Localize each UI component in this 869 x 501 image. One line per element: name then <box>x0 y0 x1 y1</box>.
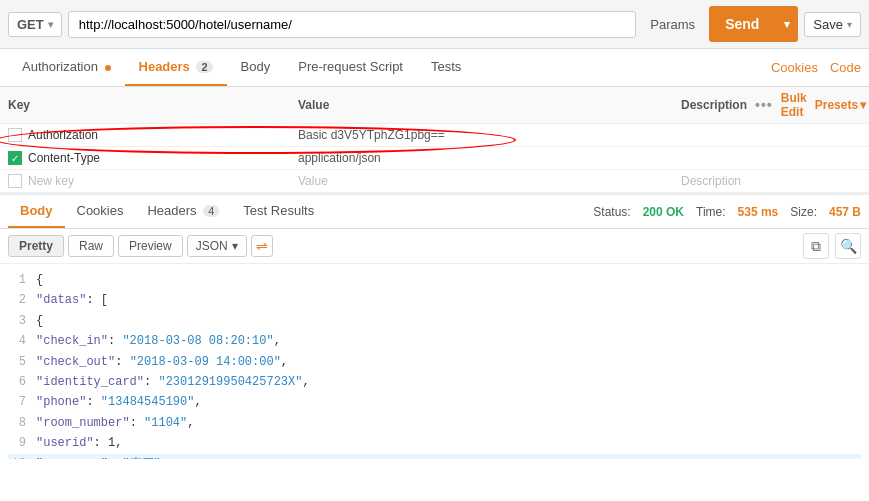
bottom-section: Body Cookies Headers 4 Test Results Stat… <box>0 193 869 459</box>
save-arrow: ▾ <box>847 19 852 30</box>
ct-checkbox[interactable]: ✓ <box>8 151 22 165</box>
preview-button[interactable]: Preview <box>118 235 183 257</box>
line-number: 9 <box>8 433 36 453</box>
params-button[interactable]: Params <box>642 13 703 36</box>
save-button[interactable]: Save ▾ <box>804 12 861 37</box>
tab-bar-right: Cookies Code <box>771 60 861 75</box>
ct-value-cell: application/json <box>298 151 681 165</box>
line-number: 1 <box>8 270 36 290</box>
request-tab-bar: Authorization Headers 2 Body Pre-request… <box>0 49 869 87</box>
send-arrow[interactable]: ▾ <box>776 13 798 36</box>
status-label: Status: <box>593 205 630 219</box>
tab-headers[interactable]: Headers 2 <box>125 49 227 86</box>
time-value: 535 ms <box>738 205 779 219</box>
send-button[interactable]: Send ▾ <box>709 6 798 42</box>
tab-prerequest[interactable]: Pre-request Script <box>284 49 417 86</box>
line-number: 2 <box>8 290 36 310</box>
new-checkbox[interactable] <box>8 174 22 188</box>
format-bar-right: ⧉ 🔍 <box>803 233 861 259</box>
response-headers-badge: 4 <box>203 205 219 217</box>
tab-authorization[interactable]: Authorization <box>8 49 125 86</box>
json-line: 10 "username": "李四", <box>8 454 861 459</box>
response-tab-body[interactable]: Body <box>8 195 65 228</box>
header-row-content-type: ✓ Content-Type application/json <box>0 147 869 170</box>
json-line: 5 "check_out": "2018-03-09 14:00:00", <box>8 352 861 372</box>
line-number: 4 <box>8 331 36 351</box>
json-content: "phone": "13484545190", <box>36 392 861 412</box>
cookies-link[interactable]: Cookies <box>771 60 818 75</box>
size-value: 457 B <box>829 205 861 219</box>
copy-icon[interactable]: ⧉ <box>803 233 829 259</box>
headers-table-header: Key Value Description ••• Bulk Edit Pres… <box>0 87 869 124</box>
col-key-header: Key <box>8 98 298 112</box>
auth-checkbox[interactable] <box>8 128 22 142</box>
tab-tests[interactable]: Tests <box>417 49 475 86</box>
line-number: 8 <box>8 413 36 433</box>
json-format-select[interactable]: JSON ▾ <box>187 235 247 257</box>
json-line: 6 "identity_card": "23012919950425723X", <box>8 372 861 392</box>
more-dots[interactable]: ••• <box>755 97 773 113</box>
url-input[interactable] <box>68 11 637 38</box>
json-line: 3 { <box>8 311 861 331</box>
json-content: "userid": 1, <box>36 433 861 453</box>
json-content: "check_out": "2018-03-09 14:00:00", <box>36 352 861 372</box>
status-value: 200 OK <box>643 205 684 219</box>
json-content: "check_in": "2018-03-08 08:20:10", <box>36 331 861 351</box>
header-row-auth: Authorization Basic d3V5YTphZG1pbg== <box>0 124 869 147</box>
line-number: 5 <box>8 352 36 372</box>
headers-section: Key Value Description ••• Bulk Edit Pres… <box>0 87 869 193</box>
new-desc-cell[interactable]: Description <box>681 174 861 188</box>
authorization-dot <box>105 65 111 71</box>
line-number: 7 <box>8 392 36 412</box>
method-label: GET <box>17 17 44 32</box>
time-label: Time: <box>696 205 726 219</box>
line-number: 3 <box>8 311 36 331</box>
col-desc-header: Description ••• Bulk Edit Presets ▾ <box>681 91 861 119</box>
response-tab-headers[interactable]: Headers 4 <box>135 195 231 228</box>
header-row-new: New key Value Description <box>0 170 869 193</box>
json-line: 4 "check_in": "2018-03-08 08:20:10", <box>8 331 861 351</box>
json-content: "identity_card": "23012919950425723X", <box>36 372 861 392</box>
send-label: Send <box>709 11 775 37</box>
wrap-icon[interactable]: ⇌ <box>251 235 273 257</box>
pretty-button[interactable]: Pretty <box>8 235 64 257</box>
code-link[interactable]: Code <box>830 60 861 75</box>
json-content: "username": "李四", <box>36 454 861 459</box>
presets-button[interactable]: Presets ▾ <box>815 98 866 112</box>
json-line: 9 "userid": 1, <box>8 433 861 453</box>
new-key-cell[interactable]: New key <box>8 174 298 188</box>
top-bar: GET ▾ Params Send ▾ Save ▾ <box>0 0 869 49</box>
ct-key-cell: ✓ Content-Type <box>8 151 298 165</box>
raw-button[interactable]: Raw <box>68 235 114 257</box>
response-tab-bar: Body Cookies Headers 4 Test Results Stat… <box>0 195 869 229</box>
response-tab-test-results[interactable]: Test Results <box>231 195 326 228</box>
auth-key-cell: Authorization <box>8 128 298 142</box>
search-icon[interactable]: 🔍 <box>835 233 861 259</box>
json-content: "datas": [ <box>36 290 861 310</box>
method-chevron: ▾ <box>48 19 53 30</box>
status-bar: Status: 200 OK Time: 535 ms Size: 457 B <box>593 205 861 219</box>
line-number: 6 <box>8 372 36 392</box>
line-number: 10 <box>8 454 36 459</box>
bulk-edit-button[interactable]: Bulk Edit <box>781 91 807 119</box>
json-label: JSON <box>196 239 228 253</box>
response-tab-cookies[interactable]: Cookies <box>65 195 136 228</box>
json-line: 1{ <box>8 270 861 290</box>
json-content: "room_number": "1104", <box>36 413 861 433</box>
save-label: Save <box>813 17 843 32</box>
tab-body[interactable]: Body <box>227 49 285 86</box>
json-line: 2 "datas": [ <box>8 290 861 310</box>
method-dropdown[interactable]: GET ▾ <box>8 12 62 37</box>
json-viewer: 1{2 "datas": [3 {4 "check_in": "2018-03-… <box>0 264 869 459</box>
size-label: Size: <box>790 205 817 219</box>
format-bar: Pretty Raw Preview JSON ▾ ⇌ ⧉ 🔍 <box>0 229 869 264</box>
json-line: 7 "phone": "13484545190", <box>8 392 861 412</box>
new-value-cell[interactable]: Value <box>298 174 681 188</box>
json-content: { <box>36 270 861 290</box>
col-value-header: Value <box>298 98 681 112</box>
json-chevron: ▾ <box>232 239 238 253</box>
headers-badge: 2 <box>196 61 212 73</box>
auth-value-cell: Basic d3V5YTphZG1pbg== <box>298 128 681 142</box>
json-line: 8 "room_number": "1104", <box>8 413 861 433</box>
json-content: { <box>36 311 861 331</box>
